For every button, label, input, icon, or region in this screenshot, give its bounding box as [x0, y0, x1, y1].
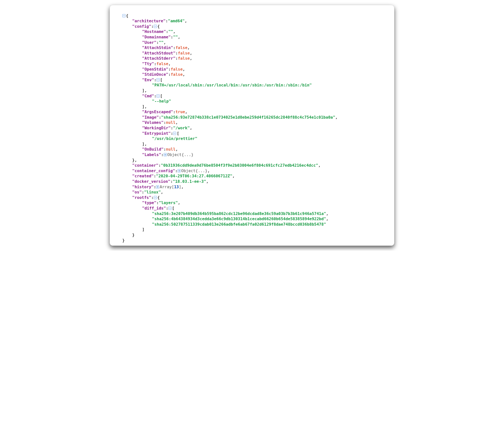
expand-icon[interactable] — [156, 185, 159, 189]
collapse-icon[interactable] — [154, 196, 157, 199]
row-entrypoint-item: "/usr/bin/prettier" — [122, 136, 197, 141]
row-config-close: }, — [122, 158, 137, 163]
row-entrypoint-close: ], — [122, 141, 147, 147]
row-diffids-item: "sha256:4b64384934d3cedda3e66c9db130314b… — [122, 216, 328, 222]
row-created: "created":"2020-04-29T06:34:27.406606712… — [122, 173, 235, 179]
row-diffids-item: "sha256:502787511339cdab013e266adbfe6ab6… — [122, 222, 326, 227]
row-openstdin: "OpenStdin":false, — [122, 67, 185, 72]
row-container-config: "container_config":Object{...}, — [122, 168, 210, 174]
collapse-icon[interactable] — [154, 25, 157, 28]
row-user: "User":"", — [122, 40, 166, 45]
row-workingdir: "WorkingDir":"/work", — [122, 125, 192, 131]
row-env-open: "Env":[ — [122, 77, 162, 83]
expand-icon[interactable] — [177, 169, 181, 172]
row-labels: "Labels":Object{...} — [122, 152, 194, 158]
json-viewer: { "architecture":"amd64", "config":{ "Ho… — [112, 8, 392, 243]
row-cmd-close: ], — [122, 104, 147, 109]
row-image: "Image":"sha256:93e72874b338c1e0734025e1… — [122, 115, 338, 120]
row-rootfs-close: } — [122, 232, 135, 238]
row-diffids-item: "sha256:3e207b409db364b595ba862cdc12be96… — [122, 211, 328, 216]
row-attachstderr: "AttachStderr":false, — [122, 56, 192, 61]
row-tty: "Tty":false, — [122, 61, 171, 67]
row-cmd-item: "--help" — [122, 99, 171, 104]
row-architecture: "architecture":"amd64", — [122, 18, 187, 24]
row-rootfs-type: "type":"layers", — [122, 200, 180, 206]
row-stdinonce: "StdinOnce":false, — [122, 72, 185, 77]
collapse-icon[interactable] — [168, 207, 172, 210]
row-hostname: "Hostname":"", — [122, 29, 176, 34]
row-cmd-open: "Cmd":[ — [122, 93, 162, 99]
row-onbuild: "OnBuild":null, — [122, 147, 178, 152]
row-entrypoint-open: "Entrypoint":[ — [122, 131, 179, 136]
collapse-icon[interactable] — [122, 14, 126, 17]
row-diffids-open: "diff_ids":[ — [122, 206, 175, 211]
row-attachstdin: "AttachStdin":false, — [122, 45, 190, 51]
row-rootfs-open: "rootfs":{ — [122, 195, 160, 200]
expand-icon[interactable] — [164, 153, 167, 156]
row-domainname: "Domainname":"", — [122, 34, 180, 40]
row-os: "os":"linux", — [122, 189, 163, 195]
row-root-close: } — [122, 238, 125, 243]
row-volumes: "Volumes":null, — [122, 120, 178, 125]
row-history: "history":Array[13], — [122, 184, 184, 190]
collapse-icon[interactable] — [156, 78, 160, 81]
collapse-icon[interactable] — [173, 132, 176, 135]
row-env-close: ], — [122, 88, 147, 93]
row-root-open: { — [122, 13, 128, 18]
row-attachstdout: "AttachStdout":false, — [122, 51, 192, 56]
row-argsescaped: "ArgsEscaped":true, — [122, 109, 187, 115]
row-container: "container":"0b31936cdd9dea9d76be8504f3f… — [122, 163, 321, 168]
collapse-icon[interactable] — [156, 94, 160, 98]
row-config-key: "config":{ — [122, 24, 160, 29]
row-docker-version: "docker_version":"18.03.1-ee-3", — [122, 179, 208, 184]
row-env-item: "PATH=/usr/local/sbin:/usr/local/bin:/us… — [122, 82, 312, 88]
row-diffids-close: ] — [122, 227, 145, 232]
code-window: { "architecture":"amd64", "config":{ "Ho… — [110, 5, 394, 246]
